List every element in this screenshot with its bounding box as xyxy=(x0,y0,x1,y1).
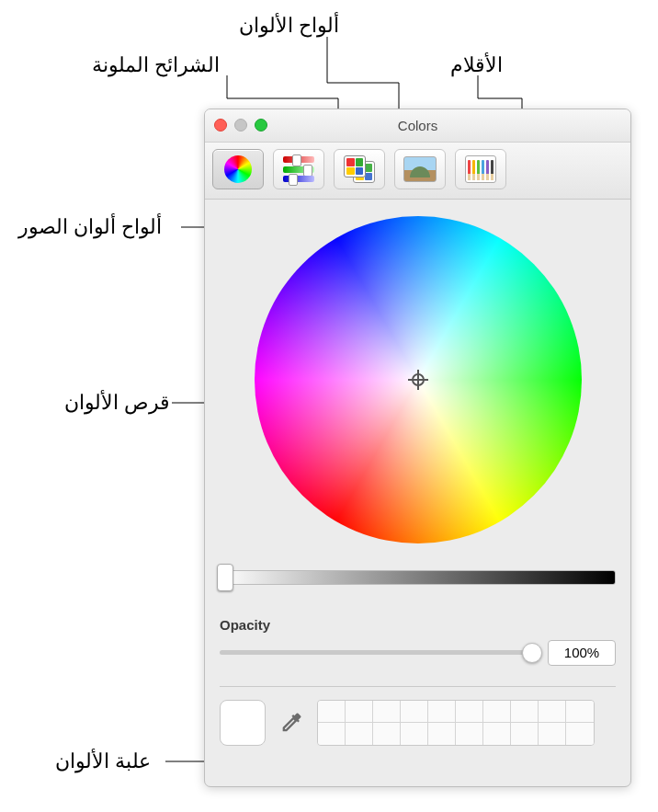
swatch-cell[interactable] xyxy=(566,701,594,723)
swatch-cell[interactable] xyxy=(483,701,511,723)
eyedropper-icon xyxy=(278,710,304,736)
swatch-cell[interactable] xyxy=(539,723,566,745)
zoom-button[interactable] xyxy=(255,119,267,132)
wheel-selector[interactable] xyxy=(408,370,428,390)
swatch-cell[interactable] xyxy=(318,723,346,745)
swatch-cell[interactable] xyxy=(401,701,428,723)
colors-window: Colors xyxy=(204,109,631,787)
pencils-tab[interactable] xyxy=(455,149,506,189)
color-wheel-icon xyxy=(224,155,252,183)
opacity-track xyxy=(220,650,539,655)
window-title: Colors xyxy=(398,118,437,133)
color-wheel-tab[interactable] xyxy=(212,149,264,189)
color-sliders-tab[interactable] xyxy=(273,149,324,189)
swatch-cell[interactable] xyxy=(373,723,401,745)
pencils-icon xyxy=(465,155,496,183)
opacity-label: Opacity xyxy=(220,617,616,633)
color-palettes-tab[interactable] xyxy=(334,149,385,189)
swatch-cell[interactable] xyxy=(511,701,539,723)
image-icon xyxy=(403,156,437,182)
swatch-cell[interactable] xyxy=(456,723,483,745)
eyedropper-button[interactable] xyxy=(278,710,304,736)
mode-toolbar xyxy=(205,143,630,200)
swatch-cell[interactable] xyxy=(428,723,456,745)
content-area: Opacity 100% xyxy=(205,200,630,755)
swatch-cell[interactable] xyxy=(539,701,566,723)
color-wheel[interactable] xyxy=(255,216,582,543)
swatch-cell[interactable] xyxy=(346,723,373,745)
swatch-grid xyxy=(317,700,595,746)
close-button[interactable] xyxy=(214,119,227,132)
swatch-cell[interactable] xyxy=(318,701,346,723)
image-palettes-tab[interactable] xyxy=(394,149,446,189)
swatch-cell[interactable] xyxy=(456,701,483,723)
brightness-slider[interactable] xyxy=(220,564,616,591)
brightness-track xyxy=(220,570,616,585)
palettes-icon xyxy=(344,155,375,183)
brightness-thumb[interactable] xyxy=(217,564,233,591)
current-color-well[interactable] xyxy=(220,700,266,746)
swatch-cell[interactable] xyxy=(566,723,594,745)
minimize-button[interactable] xyxy=(234,119,247,132)
opacity-slider[interactable] xyxy=(220,641,539,665)
titlebar: Colors xyxy=(205,109,630,143)
sliders-icon xyxy=(283,156,314,182)
window-controls xyxy=(214,119,267,132)
opacity-thumb[interactable] xyxy=(522,643,542,663)
swatch-cell[interactable] xyxy=(428,701,456,723)
opacity-field[interactable]: 100% xyxy=(548,640,616,666)
swatch-cell[interactable] xyxy=(373,701,401,723)
swatch-cell[interactable] xyxy=(346,701,373,723)
swatch-cell[interactable] xyxy=(511,723,539,745)
swatch-cell[interactable] xyxy=(483,723,511,745)
swatch-cell[interactable] xyxy=(401,723,428,745)
